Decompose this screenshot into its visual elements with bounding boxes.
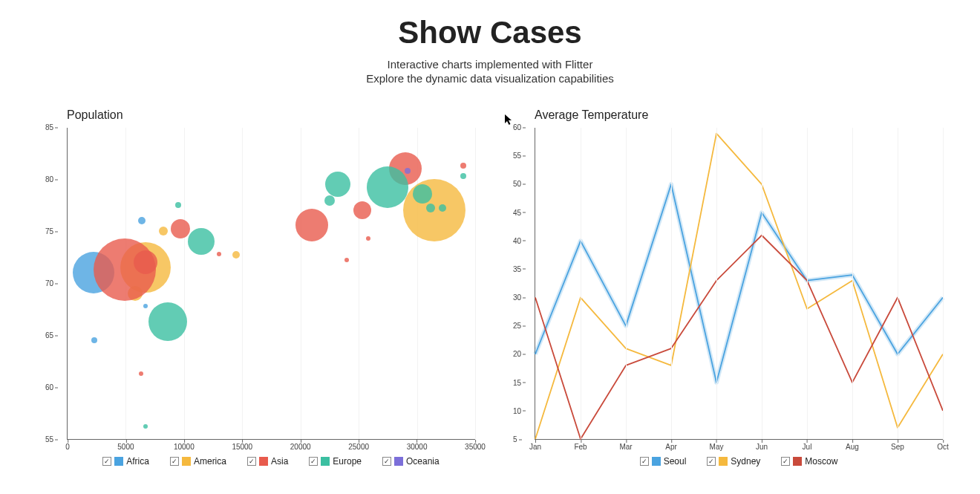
x-tick: Aug xyxy=(846,443,859,451)
legend-swatch xyxy=(394,457,403,466)
bubble-asia[interactable] xyxy=(353,201,371,219)
bubble-europe[interactable] xyxy=(175,202,181,208)
x-tick: 35000 xyxy=(465,443,486,451)
checkbox-icon[interactable]: ✓ xyxy=(781,457,790,466)
y-tick: 5 xyxy=(513,435,517,443)
checkbox-icon[interactable]: ✓ xyxy=(382,457,391,466)
y-tick: 15 xyxy=(513,378,521,386)
grid-line xyxy=(898,128,898,439)
y-tick: 50 xyxy=(513,180,521,188)
y-tick: 25 xyxy=(513,322,521,330)
legend-swatch xyxy=(321,457,330,466)
legend-item-america[interactable]: ✓America xyxy=(170,456,226,467)
y-tick: 20 xyxy=(513,350,521,358)
bubble-america[interactable] xyxy=(159,227,168,235)
y-tick: 80 xyxy=(45,175,53,183)
x-tick: Sep xyxy=(891,443,904,451)
grid-line xyxy=(301,128,301,439)
line-sydney[interactable] xyxy=(535,134,943,439)
grid-line xyxy=(762,128,762,439)
y-tick: 55 xyxy=(513,152,521,160)
y-tick: 75 xyxy=(45,227,53,235)
legend-item-seoul[interactable]: ✓Seoul xyxy=(640,456,687,467)
x-tick: 10000 xyxy=(174,443,195,451)
legend-item-africa[interactable]: ✓Africa xyxy=(102,456,149,467)
x-tick: 20000 xyxy=(290,443,311,451)
temperature-chart-title: Average Temperature xyxy=(505,108,943,122)
checkbox-icon[interactable]: ✓ xyxy=(707,457,716,466)
legend-item-europe[interactable]: ✓Europe xyxy=(309,456,362,467)
bubble-europe[interactable] xyxy=(426,204,435,212)
x-tick: 25000 xyxy=(348,443,369,451)
bubble-europe[interactable] xyxy=(413,184,432,204)
bubble-africa[interactable] xyxy=(143,304,148,308)
bubble-america[interactable] xyxy=(232,251,240,259)
subtitle-line-2: Explore the dynamic data visualization c… xyxy=(0,72,980,85)
grid-line xyxy=(852,128,853,439)
checkbox-icon[interactable]: ✓ xyxy=(640,457,649,466)
grid-line xyxy=(359,128,359,439)
page-title: Show Cases xyxy=(0,15,980,51)
bubble-asia[interactable] xyxy=(171,219,190,238)
bubble-europe[interactable] xyxy=(148,302,187,341)
legend-label: Sydney xyxy=(731,456,760,467)
legend-swatch xyxy=(114,457,123,466)
y-tick: 65 xyxy=(45,331,53,339)
legend-swatch xyxy=(793,457,802,466)
temperature-chart-plot[interactable]: 51015202530354045505560JanFebMarAprMayJu… xyxy=(535,128,943,440)
bubble-europe[interactable] xyxy=(460,173,466,179)
bubble-asia[interactable] xyxy=(217,252,221,256)
bubble-europe[interactable] xyxy=(367,166,408,208)
bubble-europe[interactable] xyxy=(188,228,215,255)
x-tick: May xyxy=(710,443,724,451)
bubble-asia[interactable] xyxy=(460,163,466,169)
legend-label: Africa xyxy=(126,456,149,467)
y-tick: 35 xyxy=(513,264,521,273)
legend-item-moscow[interactable]: ✓Moscow xyxy=(781,456,837,467)
checkbox-icon[interactable]: ✓ xyxy=(309,457,318,466)
bubble-europe[interactable] xyxy=(439,204,446,212)
x-tick: 30000 xyxy=(407,443,428,451)
bubble-europe[interactable] xyxy=(325,172,350,197)
grid-line xyxy=(242,128,243,439)
checkbox-icon[interactable]: ✓ xyxy=(247,457,256,466)
bubble-africa[interactable] xyxy=(91,337,97,343)
bubble-europe[interactable] xyxy=(324,195,335,206)
legend-swatch xyxy=(182,457,191,466)
bubble-africa[interactable] xyxy=(138,217,146,224)
grid-line xyxy=(626,128,627,439)
bubble-asia[interactable] xyxy=(344,258,349,262)
line-moscow[interactable] xyxy=(535,235,943,439)
y-tick: 55 xyxy=(45,435,53,443)
x-tick: Mar xyxy=(619,443,632,451)
bubble-asia[interactable] xyxy=(366,236,370,241)
legend-item-sydney[interactable]: ✓Sydney xyxy=(707,456,760,467)
grid-line xyxy=(671,128,672,439)
y-tick: 40 xyxy=(513,236,521,244)
y-tick: 60 xyxy=(513,123,521,131)
subtitle-line-1: Interactive charts implemented with Flit… xyxy=(0,58,980,71)
bubble-europe[interactable] xyxy=(143,424,148,429)
bubble-asia[interactable] xyxy=(295,209,328,241)
bubble-oceania[interactable] xyxy=(405,168,411,174)
checkbox-icon[interactable]: ✓ xyxy=(102,457,111,466)
grid-line xyxy=(716,128,717,439)
y-tick: 10 xyxy=(513,406,521,415)
bubble-asia[interactable] xyxy=(139,371,143,376)
legend-label: Seoul xyxy=(664,456,687,467)
x-tick: Jun xyxy=(756,443,768,451)
legend-label: Europe xyxy=(333,456,362,467)
legend-label: America xyxy=(194,456,226,467)
grid-line xyxy=(475,128,476,439)
checkbox-icon[interactable]: ✓ xyxy=(170,457,179,466)
y-tick: 70 xyxy=(45,279,53,287)
line-seoul[interactable] xyxy=(535,184,943,383)
population-chart-legend: ✓Africa✓America✓Asia✓Europe✓Oceania xyxy=(67,456,475,467)
temperature-chart: Average Temperature 51015202530354045505… xyxy=(505,108,943,467)
population-chart: Population 55606570758085050001000015000… xyxy=(37,108,475,467)
population-chart-plot[interactable]: 5560657075808505000100001500020000250003… xyxy=(67,128,475,440)
bubble-asia[interactable] xyxy=(134,250,157,274)
legend-item-oceania[interactable]: ✓Oceania xyxy=(382,456,440,467)
legend-item-asia[interactable]: ✓Asia xyxy=(247,456,288,467)
x-tick: Oct xyxy=(937,443,949,451)
